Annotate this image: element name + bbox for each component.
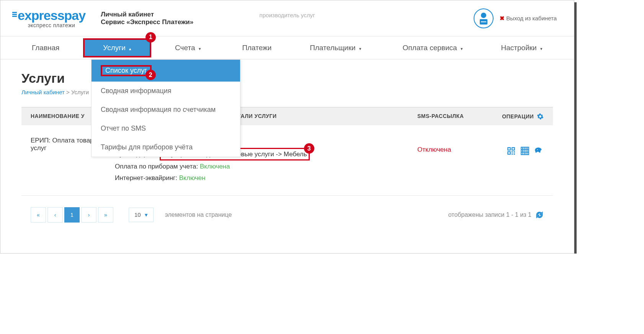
svg-point-4	[524, 148, 525, 149]
nav-payments[interactable]: Платежи	[234, 38, 280, 58]
pager: « ‹ 1 › »	[31, 207, 113, 223]
logo-area: expresspay экспресс платежи	[18, 8, 85, 28]
breadcrumb-sep: >	[66, 89, 70, 95]
annotation-badge-1: 1	[145, 32, 156, 43]
page-size-select[interactable]: 10 ▾	[129, 208, 154, 222]
pager-prev[interactable]: ‹	[47, 207, 63, 223]
nav-services[interactable]: Услуги ▴ 1	[83, 38, 151, 57]
nav-invoices[interactable]: Счета ▾	[167, 38, 209, 58]
breadcrumb-home[interactable]: Личный кабинет	[21, 89, 65, 95]
logout-text: Выход из кабинета	[506, 15, 557, 21]
th-sms: SMS-РАССЫЛКА	[417, 113, 494, 120]
dropdown-item-sms[interactable]: Отчет по SMS	[92, 119, 240, 138]
annotation-badge-3: 3	[304, 143, 314, 154]
pagination: « ‹ 1 › » 10 ▾ элементов на странице ото…	[21, 196, 553, 226]
caret-down-icon: ▾	[540, 46, 543, 51]
breadcrumb-current: Услуги	[71, 89, 89, 95]
nav-services-label: Услуги	[103, 44, 125, 52]
svg-rect-2	[481, 21, 486, 22]
dropdown-item-label: Список услуг	[105, 67, 147, 74]
records-summary: отображены записи 1 - 1 из 1	[448, 211, 544, 219]
logout-link[interactable]: ✖Выход из кабинета	[500, 15, 557, 22]
svg-point-0	[481, 13, 486, 18]
avatar-icon	[476, 11, 491, 26]
th-operations: ОПЕРАЦИИ	[494, 113, 544, 120]
close-icon: ✖	[500, 15, 505, 21]
detail-acquiring: Интернет-эквайринг: Включен	[115, 173, 417, 183]
piggy-bank-icon[interactable]	[534, 146, 544, 156]
caret-up-icon: ▴	[129, 46, 131, 51]
pager-next[interactable]: ›	[81, 207, 96, 223]
cabinet-line2: Сервис «Экспресс Платежи»	[101, 18, 193, 26]
avatar[interactable]	[474, 8, 494, 28]
cabinet-line1: Личный кабинет	[101, 11, 193, 18]
nav-payers-label: Плательщики	[310, 44, 355, 52]
qr-icon[interactable]	[506, 146, 516, 156]
logo-subtitle: экспресс платежи	[28, 22, 75, 28]
pager-last[interactable]: »	[98, 207, 113, 223]
records-summary-text: отображены записи 1 - 1 из 1	[448, 211, 531, 218]
nav-settings-label: Настройки	[501, 44, 537, 52]
nav-home[interactable]: Главная	[23, 38, 68, 58]
nav-bar: Главная Услуги ▴ 1 Счета ▾ Платежи Плате…	[0, 36, 574, 59]
caret-down-icon: ▾	[199, 46, 201, 51]
annotation-badge-2: 2	[145, 70, 156, 80]
nav-invoices-label: Счета	[175, 44, 195, 52]
detail-meters: Оплата по приборам учета: Включена	[115, 161, 417, 172]
svg-point-7	[524, 153, 525, 154]
provider-label: производитель услуг	[260, 12, 315, 18]
refresh-icon[interactable]	[535, 211, 544, 219]
pager-first[interactable]: «	[31, 207, 46, 223]
logo-text: expresspay	[18, 8, 85, 23]
gear-icon[interactable]	[537, 113, 544, 120]
header: expresspay экспресс платежи Личный кабин…	[0, 0, 574, 36]
nav-service-payment[interactable]: Оплата сервиса ▾	[394, 38, 471, 58]
cabinet-info: Личный кабинет Сервис «Экспресс Платежи»	[101, 11, 193, 26]
header-right: ✖Выход из кабинета	[474, 8, 557, 28]
nav-payers[interactable]: Плательщики ▾	[301, 38, 370, 58]
dropdown-item-list[interactable]: Список услуг 2	[92, 60, 240, 82]
svg-point-3	[522, 148, 523, 149]
nav-settings[interactable]: Настройки ▾	[493, 38, 551, 58]
content: Услуги Личный кабинет > Услуги НАИМЕНОВА…	[0, 59, 574, 253]
nav-service-payment-label: Оплата сервиса	[403, 44, 457, 52]
dropdown-item-meters[interactable]: Сводная информация по счетчикам	[92, 100, 240, 119]
page-size-label: элементов на странице	[165, 211, 232, 218]
svg-point-5	[526, 148, 528, 149]
operations	[494, 137, 544, 156]
dropdown-item-tariffs[interactable]: Тарифы для приборов учёта	[92, 138, 240, 157]
page-size-value: 10	[134, 211, 141, 218]
svg-point-6	[522, 150, 523, 151]
abacus-icon[interactable]	[520, 146, 530, 156]
dropdown-item-summary[interactable]: Сводная информация	[92, 82, 240, 100]
pager-page-1[interactable]: 1	[64, 207, 80, 223]
sms-status: Отключена	[417, 137, 494, 154]
logo[interactable]: expresspay	[18, 8, 85, 23]
caret-down-icon: ▾	[359, 46, 361, 51]
th-ops-label: ОПЕРАЦИИ	[502, 113, 534, 120]
services-dropdown: Список услуг 2 Сводная информация Сводна…	[91, 59, 240, 157]
caret-down-icon: ▾	[145, 211, 148, 218]
caret-down-icon: ▾	[461, 46, 463, 51]
